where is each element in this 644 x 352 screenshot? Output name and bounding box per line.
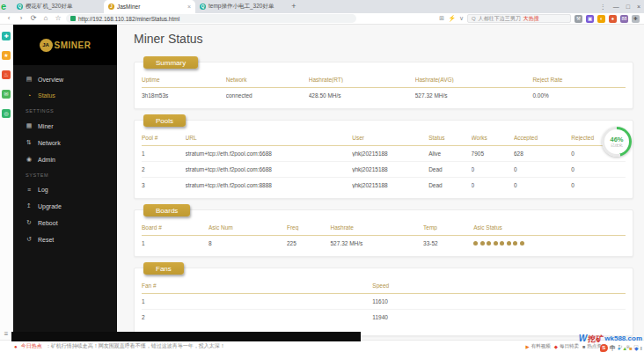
back-icon[interactable]: ‹ (4, 13, 13, 24)
redaction-bar (11, 332, 361, 341)
extension-4-icon[interactable]: ♠ (609, 15, 617, 23)
summary-col-network: Network (226, 77, 309, 83)
fans-badge: Fans (143, 262, 184, 275)
window-maximize-icon[interactable]: □ (626, 4, 630, 10)
browser-toolbar: ‹ › ⟳ ⌂ ☆ http://192.168.110.182/minerSt… (0, 13, 644, 25)
pool2-user: yhkj20215188 (352, 166, 428, 172)
ime-mode-toggle[interactable]: 中 (610, 345, 616, 351)
fans-col-fan: Fan # (142, 282, 372, 289)
strip-favorites-icon[interactable]: ★ (2, 51, 11, 60)
overview-label: Overview (38, 77, 63, 83)
pool2-works: 0 (472, 166, 514, 172)
strip-translate-icon[interactable]: ✚ (2, 32, 11, 40)
ime-icon-5[interactable]: ‖ (640, 346, 642, 351)
home-icon[interactable]: ⌂ (41, 13, 50, 24)
bookmark-star-icon[interactable]: ☆ (54, 13, 62, 24)
window-minimize-icon[interactable]: — (613, 4, 619, 10)
pools-header-row: Pool # URL User Status Works Accepted Re… (142, 131, 626, 146)
apps-grid-icon[interactable]: ⊞ (439, 15, 444, 22)
speed-ball-percent: 46% (610, 136, 623, 143)
sidebar-item-reboot[interactable]: ↻ Reboot (26, 219, 117, 226)
summary-header-row: Uptime Network Hashrate(RT) Hashrate(AVG… (142, 73, 626, 88)
extension-5-icon[interactable]: 88 (620, 15, 628, 23)
hot-news-label[interactable]: 今日热点 (21, 342, 42, 350)
browser-search-box[interactable]: Q 人都往下边三男刀 大热搜 (467, 14, 571, 23)
strip-mail-icon[interactable]: ✉ (2, 90, 11, 99)
window-close-icon[interactable]: × (637, 4, 640, 10)
search-hot-badge: 大热搜 (523, 15, 539, 23)
boards-card: Boards Board # Asic Num Freq Hashrate Te… (134, 209, 633, 257)
summary-badge: Summary (143, 56, 198, 69)
summary-col-uptime: Uptime (142, 77, 226, 83)
browser-side-strip: ✚ ★ ♨ ✉ ◎ ≡ (0, 25, 13, 340)
boost-icon[interactable]: ⚡ (448, 15, 456, 22)
pool1-user: yhkj20215188 (352, 150, 428, 157)
sidebar-item-overview[interactable]: ▤ Overview (26, 76, 117, 83)
status-icon: ◔ (26, 92, 33, 99)
ime-icon-1[interactable]: ● (618, 346, 621, 351)
forward-icon[interactable]: › (17, 13, 26, 24)
ime-icon-4[interactable]: ◆ (634, 346, 639, 351)
pool3-user: yhkj20215188 (352, 182, 428, 188)
address-bar[interactable]: http://192.168.110.182/minerStatus.html (66, 14, 356, 23)
jasminer-logo-text: SMINER (55, 40, 91, 50)
strip-hot-icon[interactable]: ♨ (2, 70, 11, 79)
browser-logo-icon[interactable]: e (1, 1, 11, 11)
browser-tab-1[interactable]: Q 樱花矿机_320好单 (12, 0, 104, 13)
ime-icon-2[interactable]: ▲ (622, 346, 627, 351)
hot-news-icon: ● (14, 344, 18, 349)
watermark: W 挖矿 wk588.com S 中 ● ▲ ■ ◆ ‖ (579, 334, 642, 352)
pools-col-status: Status (428, 135, 471, 141)
pool2-status: Dead (428, 166, 471, 172)
fans-header-row: Fan # Speed (142, 279, 626, 294)
pool3-number: 3 (142, 182, 186, 188)
asic-status-dots (473, 240, 626, 246)
pool1-works: 7905 (472, 150, 514, 157)
fan-row-1: 1 11610 (142, 294, 626, 310)
pool2-accepted: 0 (514, 166, 571, 172)
strip-menu-icon[interactable]: ≡ (4, 330, 9, 338)
sidebar-item-miner[interactable]: ▦ Miner (26, 122, 117, 129)
fan-row-2: 2 11940 (142, 310, 626, 325)
browser-tab-3[interactable]: Q temp操作小电工_320好单 (195, 0, 287, 13)
extension-2-icon[interactable]: ▣ (586, 15, 594, 23)
boards-col-board: Board # (142, 224, 209, 231)
extension-1-icon[interactable]: ⚒ (574, 15, 582, 23)
fans-col-speed: Speed (372, 282, 626, 289)
pool2-rejected: 0 (571, 166, 626, 172)
sidebar-item-admin[interactable]: ◉ Admin (26, 156, 117, 163)
pool3-accepted: 0 (514, 182, 571, 188)
sidebar-item-log[interactable]: ≡ Log (26, 187, 117, 193)
pools-col-url: URL (186, 135, 353, 141)
pool-row-2: 2 stratum+tcp://eth.f2pool.com:6688 yhkj… (142, 162, 626, 178)
sidebar-item-network[interactable]: ⇅ Network (26, 139, 117, 146)
ime-icon-3[interactable]: ■ (629, 346, 633, 351)
boards-col-freq: Freq (287, 224, 331, 231)
window-more-icon[interactable]: ⋮ (600, 4, 606, 11)
extension-icons: ⚒ ▣ ◐ ♠ 88 ✚ (574, 15, 640, 23)
sidebar-item-reset[interactable]: ↺ Reset (26, 236, 117, 243)
strip-chat-icon[interactable]: ◎ (2, 109, 11, 118)
sidebar-item-upgrade[interactable]: ↥ Upgrade (26, 202, 117, 209)
tab2-close-icon[interactable]: × (187, 4, 191, 10)
news-ticker[interactable]: ：矿机行情持续走高！网友围观直呼看不懂，错过这波再等一年，投入太深！ (46, 342, 225, 350)
statusbar-video-item[interactable]: ▶ 有料视频 (525, 343, 550, 349)
reboot-label: Reboot (38, 220, 58, 226)
board1-asic-num: 8 (209, 240, 287, 246)
pool1-accepted: 628 (514, 150, 571, 157)
browser-tab-jasminer[interactable]: J JasMiner × (104, 0, 195, 13)
statusbar-deals-item[interactable]: ◆ 每日特卖 (554, 343, 579, 349)
speed-ball-overlay[interactable]: 46% 已优化 (602, 127, 632, 157)
extension-3-icon[interactable]: ◐ (597, 15, 605, 23)
pool3-rejected: 0 (571, 182, 626, 188)
network-value: connected (226, 92, 309, 99)
refresh-icon[interactable]: ⟳ (29, 13, 38, 24)
sidebar-item-status[interactable]: ◔ Status (26, 92, 117, 99)
summary-card: Summary Uptime Network Hashrate(RT) Hash… (134, 62, 633, 109)
extension-6-icon[interactable]: ✚ (632, 15, 640, 23)
pool-row-3: 3 stratum+tcp://eth.f2pool.com:8888 yhkj… (142, 178, 626, 193)
ime-logo-icon[interactable]: S (600, 344, 608, 352)
dropdown-icon[interactable]: ∨ (459, 15, 464, 22)
sidebar-system-header: SYSTEM (26, 172, 117, 178)
new-tab-button[interactable]: + (287, 0, 301, 13)
